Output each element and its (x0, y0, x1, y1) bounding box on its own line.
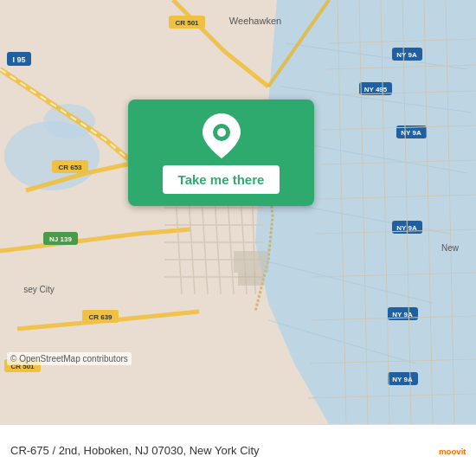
address-text: CR-675 / 2nd, Hoboken, NJ 07030, New Yor… (10, 444, 438, 457)
svg-text:CR 639: CR 639 (88, 313, 113, 321)
svg-point-9 (43, 104, 95, 138)
svg-rect-70 (238, 273, 264, 286)
svg-text:Weehawken: Weehawken (229, 16, 281, 26)
svg-rect-69 (234, 251, 268, 273)
svg-text:NY 9A: NY 9A (396, 51, 417, 59)
take-me-there-button[interactable]: Take me there (163, 165, 280, 194)
map-container: I 95 CR 501 CR 653 NJ 139 CR 639 CR 501 … (0, 0, 476, 424)
copyright-text: © OpenStreetMap contributors (7, 352, 132, 365)
svg-text:CR 501: CR 501 (175, 19, 199, 27)
svg-text:CR 653: CR 653 (58, 164, 82, 171)
svg-text:NY 495: NY 495 (364, 86, 388, 93)
bottom-bar: CR-675 / 2nd, Hoboken, NJ 07030, New Yor… (0, 424, 476, 476)
svg-text:NJ 139: NJ 139 (49, 235, 72, 243)
svg-point-72 (217, 128, 226, 137)
location-card: Take me there (128, 100, 314, 206)
svg-text:NY 9A: NY 9A (392, 376, 413, 383)
svg-text:moovit: moovit (439, 447, 466, 456)
svg-text:NY 9A: NY 9A (401, 129, 421, 137)
svg-text:New: New (441, 243, 460, 253)
moovit-logo: moovit (438, 437, 466, 465)
svg-text:I 95: I 95 (12, 55, 25, 64)
moovit-logo-icon: moovit (438, 437, 466, 465)
svg-text:sey City: sey City (23, 285, 55, 294)
location-pin-icon (203, 113, 241, 158)
